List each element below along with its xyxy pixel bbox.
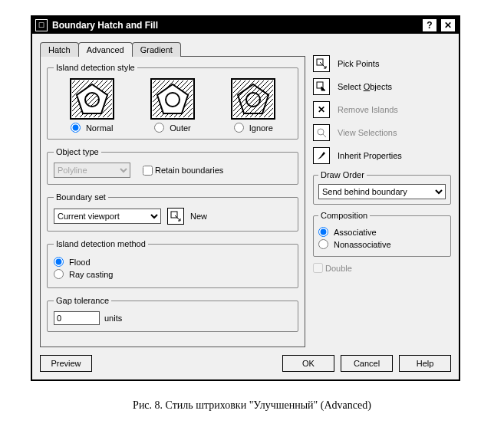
remove-islands-button[interactable]: ✕ [313,101,330,118]
group-draw-order: Draw Order Send behind boundary [313,170,451,205]
double-check[interactable]: Double [313,263,451,273]
window-title: Boundary Hatch and Fill [52,20,419,31]
tab-strip: Hatch Advanced Gradient [40,42,305,57]
new-boundary-button[interactable] [167,208,184,225]
island-outer-label: Outer [170,123,191,133]
pick-arrow-icon [170,211,181,222]
cancel-button[interactable]: Cancel [341,355,393,372]
nonassoc-label: Nonassociative [334,240,391,249]
object-type-select[interactable]: Polyline [54,163,130,178]
view-selections-row: View Selections [313,124,451,141]
flood-label: Flood [69,258,91,267]
help-button-bottom[interactable]: Help [399,355,451,372]
pick-points-button[interactable] [313,55,330,72]
magnifier-icon [316,127,327,138]
island-normal-preview [70,78,114,120]
left-column: Hatch Advanced Gradient Island detection… [40,41,305,347]
group-boundary-set: Boundary set Current viewport [47,192,298,232]
island-ignore-radio[interactable]: Ignore [234,123,273,133]
composition-legend: Composition [318,211,370,220]
view-selections-label: View Selections [338,128,397,137]
tab-page-advanced: Island detection style [40,56,305,347]
island-style-legend: Island detection style [54,63,137,72]
island-normal-label: Normal [86,123,113,133]
gap-tolerance-legend: Gap tolerance [54,296,111,305]
island-outer-item: Outer [150,78,195,133]
select-objects-label: Select Objects [338,82,392,91]
island-outer-radio[interactable]: Outer [154,123,191,133]
select-objects-button[interactable] [313,78,330,95]
inherit-props-label: Inherit Properties [338,151,402,160]
island-ignore-item: Ignore [231,78,275,133]
island-normal-radio[interactable]: Normal [71,123,113,133]
draw-order-select[interactable]: Send behind boundary [318,184,446,199]
dialog-buttons: Preview OK Cancel Help [40,355,451,372]
raycast-label: Ray casting [69,270,113,279]
remove-islands-icon: ✕ [318,104,325,115]
detection-method-legend: Island detection method [54,239,148,248]
svg-point-8 [246,93,260,107]
app-icon: ☐ [35,19,48,31]
group-object-type: Object type Polyline Retain boundaries [47,147,298,185]
right-column: Pick Points Select Objects ✕ R [313,41,451,347]
retain-boundaries-check[interactable]: Retain boundaries [143,166,223,176]
inherit-props-button[interactable] [313,147,330,164]
island-outer-preview [150,78,195,120]
client-area: Hatch Advanced Gradient Island detection… [32,34,459,379]
select-objects-icon [316,81,327,92]
tab-advanced[interactable]: Advanced [78,42,133,57]
tab-gradient[interactable]: Gradient [132,42,181,57]
gap-units-label: units [104,314,122,323]
help-button[interactable]: ? [422,18,437,32]
brush-icon [316,150,327,161]
ok-button[interactable]: OK [282,355,334,372]
group-detection-method: Island detection method Flood Ray castin… [47,239,298,288]
remove-islands-row: ✕ Remove Islands [313,101,451,118]
svg-point-2 [85,93,99,107]
island-normal-item: Normal [70,78,114,133]
pick-points-row: Pick Points [313,55,451,72]
object-type-legend: Object type [54,147,101,156]
svg-point-12 [318,129,324,135]
boundary-set-select[interactable]: Current viewport [54,209,161,224]
island-ignore-label: Ignore [249,123,273,133]
double-label: Double [325,264,352,273]
assoc-label: Associative [334,228,377,237]
group-gap-tolerance: Gap tolerance units [47,296,298,332]
tab-hatch[interactable]: Hatch [40,42,79,57]
group-composition: Composition Associative Nonassociative [313,211,451,257]
pick-points-icon [316,58,327,69]
gap-tolerance-input[interactable] [54,311,100,325]
new-label: New [190,212,207,221]
title-bar: ☐ Boundary Hatch and Fill ? ✕ [32,17,459,34]
view-selections-button[interactable] [313,124,330,141]
remove-islands-label: Remove Islands [338,105,398,114]
dialog-window: ☐ Boundary Hatch and Fill ? ✕ Hatch Adva… [31,15,460,381]
pick-points-label: Pick Points [338,59,379,68]
group-island-style: Island detection style [47,63,298,140]
nonassoc-radio[interactable]: Nonassociative [318,239,446,249]
close-button[interactable]: ✕ [440,18,456,32]
preview-button[interactable]: Preview [40,355,92,372]
svg-point-5 [166,93,180,107]
select-objects-row: Select Objects [313,78,451,95]
figure-caption: Рис. 8. Стиль штриховки "Улучшенный" (Ad… [31,399,473,412]
flood-radio[interactable]: Flood [54,257,292,267]
draw-order-legend: Draw Order [318,170,367,179]
assoc-radio[interactable]: Associative [318,227,446,237]
raycast-radio[interactable]: Ray casting [54,269,292,279]
island-ignore-preview [231,78,275,120]
boundary-set-legend: Boundary set [54,192,108,202]
retain-boundaries-label: Retain boundaries [155,166,223,175]
inherit-props-row: Inherit Properties [313,147,451,164]
